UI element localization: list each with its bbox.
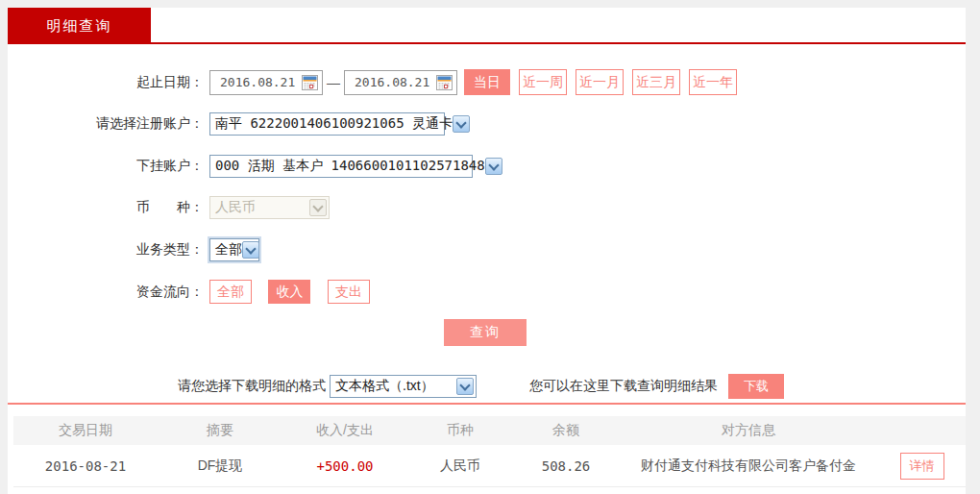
fund-flow-label: 资金流向： — [8, 284, 204, 301]
chevron-down-icon[interactable] — [242, 241, 259, 259]
date-range-label: 起止日期： — [8, 74, 204, 91]
currency-select: 人民币 — [209, 196, 330, 219]
quick-range-year-button[interactable]: 近一年 — [689, 69, 737, 95]
table-header-row: 交易日期 摘要 收入/支出 币种 余额 对方信息 — [13, 416, 966, 445]
business-type-row: 业务类型： 全部 — [8, 238, 966, 261]
calendar-icon[interactable] — [302, 75, 318, 90]
start-date-value: 2016.08.21 — [220, 75, 295, 89]
header-balance: 余额 — [513, 422, 619, 439]
download-button[interactable]: 下载 — [728, 374, 784, 399]
chevron-down-icon[interactable] — [453, 115, 470, 133]
cell-counterparty: 财付通支付科技有限公司客户备付金 — [619, 457, 878, 475]
header-trade-date: 交易日期 — [13, 422, 158, 439]
start-date-input[interactable]: 2016.08.21 — [209, 70, 323, 95]
fund-flow-income-button[interactable]: 收入 — [268, 280, 310, 304]
download-row: 请您选择下载明细的格式 文本格式（.txt） 您可以在这里下载查询明细结果 下载 — [8, 374, 966, 399]
download-format-label: 请您选择下载明细的格式 — [178, 378, 326, 395]
calendar-icon[interactable] — [436, 75, 453, 90]
cell-currency: 人民币 — [407, 457, 513, 475]
sub-account-select[interactable]: 000 活期 基本户 1406600101102571848 — [209, 155, 473, 178]
business-type-label: 业务类型： — [8, 241, 204, 259]
table-row: 2016-08-21 DF提现 +500.00 人民币 508.26 财付通支付… — [13, 445, 966, 487]
register-account-value: 南平 6222001406100921065 灵通卡 — [215, 115, 453, 133]
query-form: 起止日期： 2016.08.21 — 2016.08.21 — [8, 44, 966, 487]
download-format-select[interactable]: 文本格式（.txt） — [330, 375, 477, 398]
date-separator: — — [327, 75, 340, 90]
quick-range-month-button[interactable]: 近一月 — [576, 69, 624, 95]
cell-balance: 508.26 — [513, 458, 619, 474]
register-account-row: 请选择注册账户： 南平 6222001406100921065 灵通卡 — [8, 112, 966, 136]
header-counterparty: 对方信息 — [619, 422, 878, 439]
query-button[interactable]: 查询 — [444, 319, 527, 346]
fund-flow-expense-button[interactable]: 支出 — [328, 280, 370, 304]
chevron-down-icon[interactable] — [456, 378, 474, 395]
download-format-value: 文本格式（.txt） — [335, 378, 434, 395]
results-divider — [8, 403, 966, 405]
results-table: 交易日期 摘要 收入/支出 币种 余额 对方信息 2016-08-21 DF提现… — [13, 416, 966, 487]
currency-row: 币 种： 人民币 — [8, 196, 966, 219]
date-range-row: 起止日期： 2016.08.21 — 2016.08.21 — [8, 69, 966, 95]
currency-value: 人民币 — [215, 199, 256, 216]
cell-action: 详情 — [878, 453, 966, 480]
detail-button[interactable]: 详情 — [900, 453, 944, 480]
tab-detail-query[interactable]: 明细查询 — [8, 8, 151, 44]
sub-account-row: 下挂账户： 000 活期 基本户 1406600101102571848 — [8, 155, 966, 178]
header-summary: 摘要 — [158, 422, 282, 439]
register-account-select[interactable]: 南平 6222001406100921065 灵通卡 — [209, 112, 445, 136]
chevron-down-icon[interactable] — [485, 158, 502, 175]
fund-flow-options: 全部 收入 支出 — [209, 280, 382, 304]
header-income-expense: 收入/支出 — [282, 422, 407, 439]
chevron-down-icon — [309, 199, 327, 216]
currency-label: 币 种： — [8, 199, 204, 216]
quick-range-quarter-button[interactable]: 近三月 — [632, 69, 680, 95]
download-hint: 您可以在这里下载查询明细结果 — [529, 378, 718, 395]
sub-account-value: 000 活期 基本户 1406600101102571848 — [215, 158, 485, 175]
cell-trade-date: 2016-08-21 — [13, 458, 158, 474]
cell-summary: DF提现 — [158, 457, 282, 475]
cell-amount: +500.00 — [282, 458, 407, 474]
business-type-select[interactable]: 全部 — [209, 238, 259, 261]
quick-range-week-button[interactable]: 近一周 — [519, 69, 567, 95]
register-account-label: 请选择注册账户： — [8, 115, 204, 133]
fund-flow-all-button[interactable]: 全部 — [209, 280, 252, 304]
business-type-value: 全部 — [215, 241, 242, 259]
end-date-value: 2016.08.21 — [355, 75, 429, 89]
sub-account-label: 下挂账户： — [8, 158, 204, 175]
quick-range-today-button[interactable]: 当日 — [464, 69, 510, 95]
page: 明细查询 起止日期： 2016.08.21 — — [8, 8, 966, 494]
header-currency: 币种 — [407, 422, 513, 439]
tab-bar: 明细查询 — [8, 8, 966, 44]
end-date-input[interactable]: 2016.08.21 — [344, 70, 457, 95]
fund-flow-row: 资金流向： 全部 收入 支出 — [8, 280, 966, 304]
